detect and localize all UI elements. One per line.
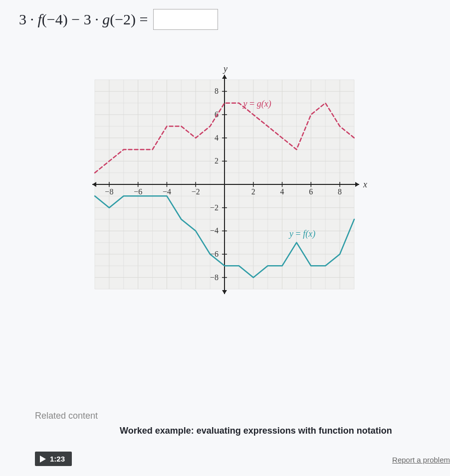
svg-text:−8: −8 (105, 187, 113, 196)
play-icon (40, 456, 46, 463)
svg-text:8: 8 (338, 187, 342, 196)
answer-input[interactable] (153, 9, 218, 30)
svg-text:−6: −6 (134, 187, 142, 196)
function-graph: −8−6−4−22468−8−6−4−22468yxy = g(x)y = f(… (75, 60, 374, 309)
svg-marker-81 (40, 456, 46, 463)
video-thumbnail-duration[interactable]: 1:23 (35, 452, 72, 466)
svg-text:y = f(x): y = f(x) (288, 229, 315, 239)
svg-text:−4: −4 (163, 187, 171, 196)
svg-marker-41 (355, 182, 359, 187)
svg-text:−2: −2 (210, 203, 219, 212)
video-duration: 1:23 (50, 455, 65, 463)
svg-text:6: 6 (309, 187, 313, 196)
svg-marker-42 (92, 182, 96, 187)
svg-text:−4: −4 (210, 226, 219, 235)
related-video-title[interactable]: Worked example: evaluating expressions w… (120, 426, 392, 436)
svg-text:2: 2 (251, 187, 255, 196)
related-content-section: Related content Worked example: evaluati… (35, 411, 450, 421)
equation-text: 3 · f(−4) − 3 · g(−2) = (19, 11, 148, 28)
related-content-label: Related content (35, 411, 450, 421)
svg-text:2: 2 (215, 157, 219, 165)
svg-marker-43 (222, 75, 227, 79)
equation-row: 3 · f(−4) − 3 · g(−2) = (19, 9, 218, 30)
svg-text:y = g(x): y = g(x) (242, 99, 271, 109)
svg-text:4: 4 (280, 187, 284, 196)
svg-text:x: x (363, 179, 367, 189)
svg-marker-44 (222, 290, 227, 294)
svg-text:y: y (223, 64, 227, 74)
svg-text:8: 8 (215, 87, 219, 95)
svg-text:4: 4 (215, 134, 219, 142)
svg-text:−2: −2 (192, 187, 200, 196)
svg-text:−8: −8 (210, 273, 219, 282)
report-problem-link[interactable]: Report a problem (392, 456, 450, 464)
